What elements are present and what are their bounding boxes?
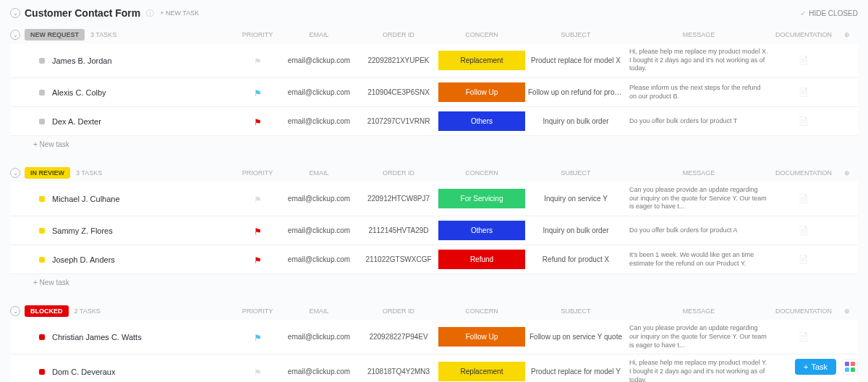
documentation-cell[interactable]: [771, 116, 836, 126]
message-cell: Do you offer bulk orders for product A: [626, 226, 771, 235]
task-row[interactable]: Sammy Z. Floresemail@clickup.com2112145H…: [10, 216, 858, 245]
add-column-icon[interactable]: ⊕: [836, 307, 858, 315]
group-collapse-icon[interactable]: [10, 306, 20, 316]
task-name[interactable]: Sammy Z. Flores: [52, 226, 113, 235]
task-row[interactable]: Christian James C. Wattsemail@clickup.co…: [10, 320, 858, 355]
flag-icon: [253, 226, 262, 235]
concern-badge: Follow Up: [438, 327, 525, 347]
documentation-cell[interactable]: [771, 255, 836, 264]
task-count: 3 TASKS: [90, 31, 116, 38]
message-cell: It's been 1 week. We would like get an t…: [626, 251, 771, 268]
task-row[interactable]: Dex A. Dexteremail@clickup.com2107297CV1…: [10, 107, 858, 136]
task-name[interactable]: Dex A. Dexter: [52, 117, 101, 126]
task-count: 3 TASKS: [76, 169, 102, 177]
document-icon: [799, 255, 809, 264]
document-icon: [799, 56, 809, 65]
info-icon[interactable]: ⓘ: [146, 8, 154, 19]
task-row[interactable]: James B. Jordanemail@clickup.com22092821…: [10, 43, 858, 78]
status-square: [39, 369, 45, 375]
collapse-all-icon[interactable]: ⌄: [10, 8, 20, 18]
priority-cell[interactable]: [236, 333, 279, 341]
message-cell: Can you please provide an update regardi…: [626, 186, 771, 211]
task-name[interactable]: Alexis C. Colby: [52, 88, 106, 97]
priority-cell[interactable]: [236, 56, 279, 65]
priority-cell[interactable]: [236, 117, 279, 126]
priority-cell[interactable]: [236, 195, 279, 203]
email-cell: email@clickup.com: [279, 368, 359, 375]
col-priority: PRIORITY: [236, 31, 279, 38]
documentation-cell[interactable]: [771, 226, 836, 235]
subject-cell: Follow up on service Y quote: [525, 333, 626, 341]
concern-cell[interactable]: Replacement: [438, 51, 525, 70]
task-row[interactable]: Joseph D. Andersemail@clickup.com211022G…: [10, 245, 858, 274]
message-cell: Do you offer bulk orders for product T: [626, 117, 771, 126]
app-grid-icon[interactable]: [842, 359, 858, 375]
message-cell: Hi, please help me replace my product mo…: [626, 359, 771, 382]
group-collapse-icon[interactable]: [10, 168, 20, 178]
order-id-cell: 220912HTCW8PJ7: [359, 195, 438, 203]
documentation-cell[interactable]: [771, 56, 836, 65]
col-subject: SUBJECT: [525, 31, 626, 38]
flag-icon: [253, 195, 262, 203]
create-task-label: Task: [811, 362, 827, 371]
concern-cell[interactable]: For Servicing: [438, 189, 525, 208]
page-title: Customer Contact Form: [25, 7, 140, 19]
email-cell: email@clickup.com: [279, 88, 359, 96]
task-name[interactable]: Christian James C. Watts: [52, 333, 142, 341]
message-cell: Can you please provide an update regardi…: [626, 324, 771, 349]
concern-cell[interactable]: Refund: [438, 250, 525, 269]
order-id-cell: 22092821XYUPEK: [359, 56, 438, 64]
task-name[interactable]: Joseph D. Anders: [52, 255, 115, 264]
status-square: [39, 228, 45, 234]
concern-cell[interactable]: Replacement: [438, 362, 525, 381]
task-row[interactable]: Alexis C. Colbyemail@clickup.com210904CE…: [10, 78, 858, 107]
new-task-row[interactable]: + New task: [10, 136, 858, 153]
status-square: [39, 90, 45, 96]
add-column-icon[interactable]: ⊕: [836, 169, 858, 177]
concern-cell[interactable]: Follow Up: [438, 82, 525, 102]
task-name[interactable]: Michael J. Culhane: [52, 195, 120, 203]
col-order-id: ORDER ID: [359, 169, 438, 177]
documentation-cell[interactable]: [771, 194, 836, 203]
flag-icon: [253, 333, 262, 341]
concern-badge: Others: [438, 221, 525, 240]
new-task-row[interactable]: + New task: [10, 274, 858, 291]
col-concern: CONCERN: [438, 307, 525, 315]
document-icon: [799, 332, 809, 341]
priority-cell[interactable]: [236, 88, 279, 97]
subject-cell: Inquiry on bulk order: [525, 117, 626, 125]
priority-cell[interactable]: [236, 255, 279, 264]
task-row[interactable]: Dom C. Deverauxemail@clickup.com210818TQ…: [10, 355, 858, 382]
priority-cell[interactable]: [236, 226, 279, 235]
task-name[interactable]: Dom C. Deveraux: [52, 368, 115, 376]
col-message: MESSAGE: [626, 307, 771, 315]
email-cell: email@clickup.com: [279, 333, 359, 341]
concern-cell[interactable]: Others: [438, 221, 525, 240]
group-collapse-icon[interactable]: [10, 30, 20, 40]
email-cell: email@clickup.com: [279, 56, 359, 64]
status-pill[interactable]: IN REVIEW: [25, 167, 70, 179]
order-id-cell: 211022GTSWXCGF: [359, 255, 438, 263]
col-subject: SUBJECT: [525, 307, 626, 315]
task-row[interactable]: Michael J. Culhaneemail@clickup.com22091…: [10, 182, 858, 216]
document-icon: [799, 194, 809, 203]
hide-closed-toggle[interactable]: HIDE CLOSED: [800, 9, 858, 17]
status-square: [39, 119, 45, 124]
flag-icon: [253, 56, 262, 65]
create-task-button[interactable]: + Task: [795, 359, 836, 375]
col-message: MESSAGE: [626, 169, 771, 177]
status-pill[interactable]: NEW REQUEST: [25, 29, 85, 41]
task-name[interactable]: James B. Jordan: [52, 56, 112, 65]
new-task-button[interactable]: + NEW TASK: [160, 9, 199, 17]
concern-cell[interactable]: Others: [438, 111, 525, 131]
concern-cell[interactable]: Follow Up: [438, 327, 525, 347]
status-pill[interactable]: BLOCKED: [25, 305, 69, 317]
message-cell: Please inform us the next steps for the …: [626, 84, 771, 101]
order-id-cell: 220928227P94EV: [359, 333, 438, 341]
col-order-id: ORDER ID: [359, 31, 438, 38]
col-email: EMAIL: [279, 307, 359, 315]
priority-cell[interactable]: [236, 368, 279, 376]
documentation-cell[interactable]: [771, 332, 836, 341]
documentation-cell[interactable]: [771, 88, 836, 97]
add-column-icon[interactable]: ⊕: [836, 31, 858, 38]
